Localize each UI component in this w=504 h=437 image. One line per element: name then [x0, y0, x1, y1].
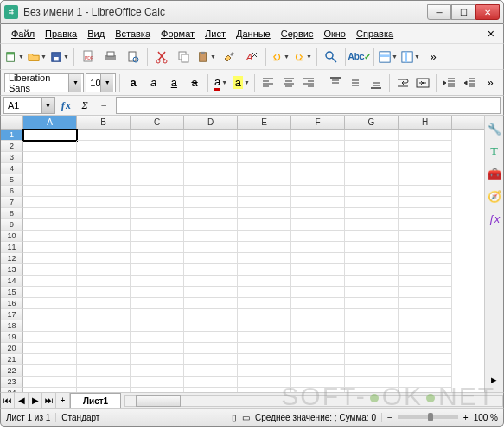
- cell[interactable]: [345, 242, 399, 253]
- zoom-in-button[interactable]: +: [463, 413, 469, 422]
- row-header[interactable]: 22: [1, 365, 23, 377]
- cell[interactable]: [77, 186, 131, 197]
- cell[interactable]: [238, 130, 291, 141]
- align-middle-button[interactable]: [347, 73, 366, 93]
- cell[interactable]: [345, 186, 399, 197]
- cell[interactable]: [23, 174, 77, 186]
- cell[interactable]: [131, 298, 184, 309]
- cell[interactable]: [131, 242, 184, 253]
- row-header[interactable]: 16: [1, 298, 23, 309]
- cell[interactable]: [399, 388, 452, 392]
- row-header[interactable]: 21: [1, 354, 23, 365]
- cell[interactable]: [131, 320, 184, 332]
- cell[interactable]: [399, 242, 452, 253]
- menu-service[interactable]: Сервис: [276, 27, 319, 41]
- cell[interactable]: [23, 152, 77, 163]
- cell[interactable]: [77, 377, 131, 388]
- spreadsheet-grid[interactable]: A B C D E F G H 123456789101112131415161…: [1, 116, 484, 392]
- cell[interactable]: [23, 231, 77, 242]
- row-header[interactable]: 9: [1, 219, 23, 231]
- cell[interactable]: [184, 253, 238, 264]
- cell[interactable]: [345, 354, 399, 365]
- cell[interactable]: [184, 174, 238, 186]
- row-header[interactable]: 14: [1, 276, 23, 287]
- navigator-icon[interactable]: 🧭: [487, 188, 502, 204]
- more-button[interactable]: »: [423, 47, 443, 67]
- cell[interactable]: [77, 253, 131, 264]
- row-header[interactable]: 18: [1, 320, 23, 332]
- cell[interactable]: [399, 354, 452, 365]
- select-all-corner[interactable]: [1, 116, 23, 129]
- function-button[interactable]: =: [95, 97, 112, 114]
- cell[interactable]: [291, 208, 345, 219]
- cut-button[interactable]: [151, 47, 172, 67]
- align-bottom-button[interactable]: [367, 73, 386, 93]
- menu-edit[interactable]: Правка: [40, 27, 82, 41]
- menu-sheet[interactable]: Лист: [200, 27, 231, 41]
- cell[interactable]: [238, 208, 291, 219]
- cell[interactable]: [291, 186, 345, 197]
- cell[interactable]: [399, 174, 452, 186]
- cell[interactable]: [238, 365, 291, 377]
- cell[interactable]: [291, 354, 345, 365]
- cell[interactable]: [131, 141, 184, 152]
- cell[interactable]: [345, 309, 399, 320]
- cell[interactable]: [238, 377, 291, 388]
- align-top-button[interactable]: [326, 73, 345, 93]
- cell[interactable]: [345, 298, 399, 309]
- row-header[interactable]: 15: [1, 287, 23, 298]
- cell[interactable]: [23, 287, 77, 298]
- row-header[interactable]: 4: [1, 163, 23, 174]
- find-button[interactable]: [321, 47, 341, 67]
- cell[interactable]: [238, 231, 291, 242]
- column-header-g[interactable]: G: [345, 116, 399, 129]
- cell[interactable]: [291, 365, 345, 377]
- cell[interactable]: [131, 388, 184, 392]
- cell[interactable]: [238, 309, 291, 320]
- cell[interactable]: [345, 130, 399, 141]
- zoom-slider[interactable]: [398, 415, 458, 419]
- cell[interactable]: [238, 354, 291, 365]
- cell[interactable]: [345, 219, 399, 231]
- formula-input[interactable]: [116, 97, 501, 114]
- close-doc-button[interactable]: ×: [484, 27, 498, 41]
- cell[interactable]: [238, 253, 291, 264]
- row-header[interactable]: 8: [1, 208, 23, 219]
- cell[interactable]: [345, 343, 399, 354]
- cell[interactable]: [399, 343, 452, 354]
- cell[interactable]: [291, 253, 345, 264]
- row-header[interactable]: 19: [1, 332, 23, 343]
- cell[interactable]: [184, 264, 238, 276]
- cell[interactable]: [23, 197, 77, 208]
- cell[interactable]: [345, 320, 399, 332]
- cell[interactable]: [184, 231, 238, 242]
- cell[interactable]: [23, 163, 77, 174]
- align-right-button[interactable]: [299, 73, 318, 93]
- zoom-value[interactable]: 100 %: [474, 413, 498, 422]
- row-header[interactable]: 24: [1, 388, 23, 392]
- cell[interactable]: [184, 343, 238, 354]
- cell[interactable]: [399, 219, 452, 231]
- cell[interactable]: [184, 320, 238, 332]
- cell[interactable]: [77, 163, 131, 174]
- bold-button[interactable]: a: [124, 73, 143, 93]
- cell[interactable]: [77, 174, 131, 186]
- cell[interactable]: [399, 276, 452, 287]
- cell[interactable]: [77, 343, 131, 354]
- cell[interactable]: [77, 298, 131, 309]
- new-button[interactable]: ▼: [4, 47, 25, 67]
- cell[interactable]: [345, 377, 399, 388]
- cell[interactable]: [184, 208, 238, 219]
- sum-button[interactable]: Σ: [76, 97, 93, 114]
- clear-formatting-button[interactable]: A: [241, 47, 262, 67]
- cell[interactable]: [77, 231, 131, 242]
- row-header[interactable]: 3: [1, 152, 23, 163]
- export-pdf-button[interactable]: PDF: [78, 47, 99, 67]
- cell[interactable]: [131, 163, 184, 174]
- cell[interactable]: [399, 287, 452, 298]
- row-header[interactable]: 7: [1, 197, 23, 208]
- cell[interactable]: [345, 388, 399, 392]
- cell[interactable]: [345, 197, 399, 208]
- column-header-a[interactable]: A: [23, 116, 77, 129]
- cell[interactable]: [77, 276, 131, 287]
